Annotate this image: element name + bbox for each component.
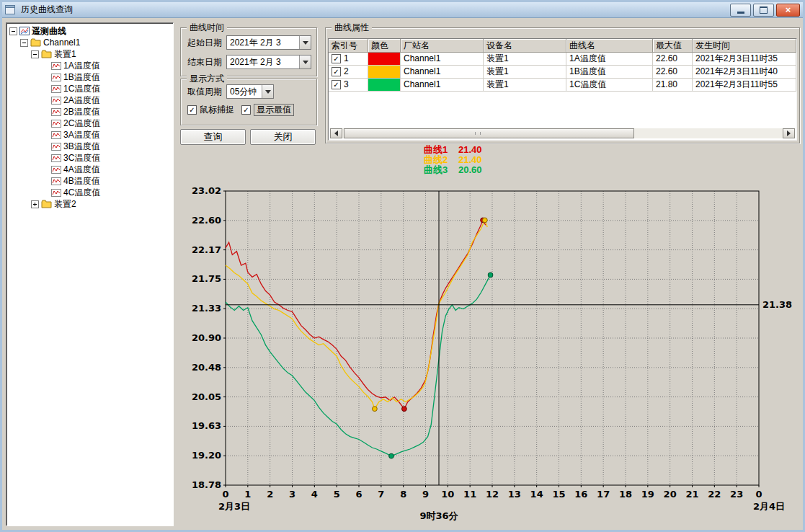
tree-item[interactable]: 2B温度值 [6, 106, 173, 118]
tree-item-label: 1B温度值 [63, 71, 100, 84]
end-date-picker[interactable]: 2021年 2月 3 [226, 55, 311, 69]
column-header[interactable]: 索引号 [329, 39, 368, 53]
show-extremes-checkbox-box[interactable]: ✓ [241, 105, 251, 115]
legend-name: 曲线1 [424, 145, 458, 155]
start-date-dropdown-button[interactable] [299, 36, 311, 49]
tree-item[interactable]: 2A温度值 [6, 94, 173, 106]
device-name: 装置1 [484, 66, 566, 79]
tree-item[interactable]: 3C温度值 [6, 152, 173, 164]
window-controls: × [730, 4, 800, 17]
curve-row-index-cell: ✓3 [329, 79, 368, 92]
minimize-button[interactable] [730, 4, 751, 17]
tree-item[interactable]: 遥测曲线 [6, 25, 173, 37]
curve-visibility-checkbox[interactable]: ✓ [332, 80, 341, 89]
display-group-title: 显示方式 [187, 74, 227, 84]
x-tick-label: 7 [378, 489, 384, 500]
tree-item[interactable]: 装置2 [6, 198, 173, 210]
column-header[interactable]: 最大值 [653, 39, 693, 53]
tree-item[interactable]: 1C温度值 [6, 83, 173, 94]
legend-name: 曲线3 [424, 165, 458, 175]
scrollbar-track[interactable] [342, 128, 783, 138]
x-tick-label: 3 [289, 489, 295, 500]
column-header[interactable]: 曲线名 [566, 39, 653, 53]
column-header[interactable]: 厂站名 [401, 39, 484, 53]
tree-item[interactable]: 装置1 [6, 48, 173, 60]
x-tick-label: 13 [508, 489, 521, 500]
x-tick-label: 10 [441, 489, 454, 500]
tree-item[interactable]: 1A温度值 [6, 60, 173, 71]
x-tick-label: 6 [355, 489, 362, 500]
tree-expander[interactable] [31, 50, 39, 58]
tree-item[interactable]: 4A温度值 [6, 164, 173, 175]
occurrence-time: 2021年2月3日11时40 [693, 66, 796, 79]
tree-item-label: 1A温度值 [63, 60, 100, 72]
period-select[interactable]: 05分钟 [226, 84, 274, 99]
y-tick-label: 22.17 [192, 244, 221, 255]
curve-visibility-checkbox[interactable]: ✓ [332, 67, 341, 76]
curve-visibility-checkbox[interactable]: ✓ [332, 54, 341, 63]
x-tick-label: 12 [486, 489, 499, 500]
scroll-right-button[interactable] [783, 128, 795, 138]
mouse-capture-label: 鼠标捕捉 [200, 104, 234, 116]
horizontal-scrollbar[interactable] [330, 128, 795, 138]
curve-row-index-cell: ✓2 [329, 66, 368, 79]
curve-icon [51, 120, 61, 128]
legend-value: 21.40 [458, 155, 482, 165]
end-date-dropdown-button[interactable] [299, 56, 311, 68]
x-tick-label: 22 [708, 489, 721, 500]
tree-item[interactable]: 3A温度值 [6, 129, 173, 141]
tree-item-label: Channel1 [43, 37, 80, 48]
start-date-picker[interactable]: 2021年 2月 3 [226, 35, 311, 50]
y-tick-label: 23.02 [192, 185, 221, 196]
tree-item[interactable]: Channel1 [6, 37, 173, 48]
scroll-left-button[interactable] [330, 128, 342, 138]
column-header[interactable]: 颜色 [368, 39, 401, 53]
occurrence-time: 2021年2月3日11时55 [693, 79, 796, 92]
tree-item-label: 3A温度值 [63, 129, 100, 141]
app-icon [5, 5, 15, 14]
tree-item[interactable]: 4C温度值 [6, 187, 173, 198]
curve-icon [51, 143, 61, 151]
show-extremes-label: 显示最值 [254, 104, 294, 116]
curve-row-index-cell: ✓1 [329, 53, 368, 66]
column-header[interactable]: 设备名 [484, 39, 566, 53]
close-dialog-button[interactable]: 关闭 [250, 129, 316, 145]
period-dropdown-button[interactable] [262, 85, 273, 98]
tree-item[interactable]: 2C温度值 [6, 118, 173, 129]
tree-expander[interactable] [20, 39, 28, 47]
show-extremes-checkbox[interactable]: ✓ 显示最值 [241, 104, 294, 116]
tree-item[interactable]: 3B温度值 [6, 141, 173, 152]
tree-expander[interactable] [31, 200, 39, 208]
query-button[interactable]: 查询 [180, 129, 246, 145]
history-chart: 23.0222.6022.1721.7521.3320.9020.4820.05… [175, 182, 805, 532]
y-tick-label: 18.78 [192, 479, 221, 490]
y-tick-label: 19.63 [192, 420, 221, 431]
start-date-row: 起始日期 2021年 2月 3 [187, 35, 311, 50]
chevron-down-icon [265, 90, 271, 94]
x-tick-label: 18 [619, 489, 632, 500]
close-icon: × [786, 5, 791, 14]
tree-item-label: 4B温度值 [63, 175, 100, 187]
occurrence-time: 2021年2月3日11时35 [693, 53, 796, 66]
mouse-capture-checkbox-box[interactable]: ✓ [187, 105, 197, 115]
maximize-button[interactable] [753, 4, 774, 17]
date-label-left: 2月3日 [218, 501, 250, 512]
mouse-capture-checkbox[interactable]: ✓ 鼠标捕捉 [187, 104, 234, 116]
close-button[interactable]: × [776, 4, 800, 17]
tree-item[interactable]: 1B温度值 [6, 71, 173, 83]
column-header[interactable]: 发生时间 [693, 39, 796, 53]
properties-panel: 索引号颜色厂站名设备名曲线名最大值发生时间✓1Channel1装置11A温度值2… [328, 38, 797, 141]
period-row: 取值周期 05分钟 [187, 84, 274, 99]
scrollbar-thumb[interactable] [344, 128, 634, 138]
y-tick-label: 21.33 [192, 303, 221, 314]
x-tick-label: 21 [685, 489, 698, 500]
station-name: Channel1 [401, 79, 484, 92]
station-name: Channel1 [401, 66, 484, 79]
tree-item-label: 4C温度值 [63, 187, 100, 199]
tree-item[interactable]: 4B温度值 [6, 175, 173, 187]
minimize-icon [737, 12, 744, 14]
device-name: 装置1 [484, 53, 566, 66]
maximize-icon [760, 6, 768, 14]
tree-expander[interactable] [9, 27, 17, 35]
x-tick-label: 8 [400, 489, 406, 500]
